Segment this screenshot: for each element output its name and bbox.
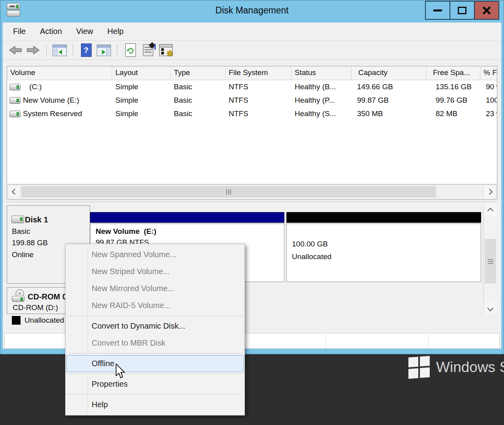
vertical-scroll-thumb[interactable] bbox=[485, 239, 496, 284]
menu-item-new-striped-volume[interactable]: New Striped Volume... bbox=[66, 263, 244, 280]
volume-list-header: Volume Layout Type File System Status Ca… bbox=[7, 66, 497, 80]
volume-list: Volume Layout Type File System Status Ca… bbox=[7, 66, 497, 200]
chevron-left-icon bbox=[11, 189, 18, 195]
disk1-status: Online bbox=[12, 250, 34, 259]
menu-action[interactable]: Action bbox=[40, 27, 62, 36]
col-file-system[interactable]: File System bbox=[226, 66, 291, 80]
table-row[interactable]: (C:) Simple Basic NTFS Healthy (B... 149… bbox=[7, 80, 497, 94]
menu-separator bbox=[67, 394, 243, 395]
unallocated-size: 100.00 GB bbox=[292, 240, 328, 248]
menu-help[interactable]: Help bbox=[107, 27, 124, 36]
unallocated-block[interactable]: 100.00 GB Unallocated bbox=[286, 212, 481, 282]
window-controls bbox=[426, 1, 499, 20]
table-row[interactable]: New Volume (E:) Simple Basic NTFS Health… bbox=[7, 94, 497, 107]
menu-item-help[interactable]: Help bbox=[66, 396, 244, 413]
disk1-size: 199.88 GB bbox=[12, 239, 48, 247]
titlebar[interactable]: Disk Management bbox=[0, 0, 504, 23]
unallocated-strip bbox=[286, 212, 481, 223]
chevron-down-icon bbox=[487, 305, 494, 311]
menu-item-convert-to-mbr-disk[interactable]: Convert to MBR Disk bbox=[66, 335, 244, 352]
horizontal-scrollbar[interactable] bbox=[7, 184, 497, 199]
menu-separator bbox=[67, 374, 243, 374]
minimize-button[interactable] bbox=[425, 1, 450, 20]
col-layout[interactable]: Layout bbox=[112, 66, 171, 80]
primary-partition-strip bbox=[90, 212, 284, 223]
windows-server-brand: Windows Server bbox=[408, 357, 504, 378]
scroll-left-button[interactable] bbox=[9, 186, 21, 197]
scroll-up-button[interactable] bbox=[484, 205, 497, 216]
cdrom-detail: CD-ROM (D:) bbox=[13, 303, 58, 312]
menu-separator bbox=[67, 316, 243, 316]
close-button[interactable] bbox=[474, 1, 499, 20]
toolbar: ? bbox=[3, 41, 501, 60]
col-capacity[interactable]: Capacity bbox=[352, 66, 426, 80]
show-action-pane-icon[interactable] bbox=[97, 43, 111, 57]
menu-item-convert-to-dynamic-disk[interactable]: Convert to Dynamic Disk... bbox=[66, 318, 244, 335]
chevron-right-icon bbox=[486, 189, 493, 195]
col-status[interactable]: Status bbox=[291, 66, 352, 80]
unallocated-label: Unallocated bbox=[292, 252, 331, 261]
windows-logo-icon bbox=[408, 356, 430, 379]
scroll-down-button[interactable] bbox=[484, 302, 497, 314]
volume-drive-icon bbox=[9, 111, 21, 117]
menubar: File Action View Help bbox=[3, 23, 501, 41]
disk-icon bbox=[11, 216, 24, 223]
volume-drive-icon bbox=[9, 97, 21, 104]
cdrom-name: CD-ROM 0 bbox=[28, 292, 67, 301]
maximize-icon bbox=[458, 7, 466, 14]
menu-item-new-raid5-volume[interactable]: New RAID-5 Volume... bbox=[66, 297, 244, 314]
col-free-space[interactable]: Free Spa... bbox=[426, 66, 480, 80]
volume-drive-icon bbox=[9, 84, 21, 90]
pane-splitter[interactable] bbox=[7, 202, 497, 204]
menu-view[interactable]: View bbox=[76, 27, 93, 36]
menu-separator bbox=[67, 353, 243, 354]
col-pct-free[interactable]: % Free bbox=[480, 66, 497, 80]
cdrom-icon bbox=[12, 289, 27, 302]
vertical-scrollbar[interactable] bbox=[483, 205, 497, 314]
refresh-icon[interactable] bbox=[123, 43, 137, 57]
close-icon bbox=[482, 6, 491, 15]
maximize-button[interactable] bbox=[449, 1, 475, 20]
statusbar-divider bbox=[325, 334, 326, 348]
toolbar-separator bbox=[46, 44, 47, 56]
manage-computer-icon[interactable] bbox=[159, 43, 173, 57]
chevron-up-icon bbox=[487, 207, 494, 214]
back-icon[interactable] bbox=[8, 43, 23, 57]
brand-text: Windows Server bbox=[436, 359, 504, 376]
toolbar-separator bbox=[117, 44, 117, 56]
menu-item-new-mirrored-volume[interactable]: New Mirrored Volume... bbox=[66, 280, 244, 297]
show-console-tree-icon[interactable] bbox=[53, 43, 67, 57]
mouse-cursor bbox=[115, 364, 126, 380]
horizontal-scroll-thumb[interactable] bbox=[21, 186, 436, 197]
volume-e-title: New Volume (E:) bbox=[96, 227, 156, 236]
legend-unallocated-label: Unallocated bbox=[24, 316, 64, 325]
menu-item-offline[interactable]: Offline bbox=[66, 355, 244, 372]
disk-context-menu: New Spanned Volume... New Striped Volume… bbox=[65, 244, 245, 416]
forward-icon[interactable] bbox=[26, 43, 40, 57]
statusbar-divider bbox=[428, 334, 429, 348]
disk1-name: Disk 1 bbox=[25, 215, 48, 224]
table-row[interactable]: System Reserved Simple Basic NTFS Health… bbox=[7, 107, 497, 120]
col-type[interactable]: Type bbox=[171, 66, 226, 80]
help-icon[interactable]: ? bbox=[79, 43, 93, 57]
disk1-type: Basic bbox=[12, 227, 30, 236]
properties-icon[interactable] bbox=[141, 43, 155, 57]
scroll-right-button[interactable] bbox=[483, 186, 495, 197]
minimize-icon bbox=[433, 9, 442, 11]
menu-file[interactable]: File bbox=[13, 27, 26, 36]
menu-item-new-spanned-volume[interactable]: New Spanned Volume... bbox=[66, 246, 244, 263]
toolbar-separator bbox=[73, 44, 73, 56]
legend-unallocated-swatch bbox=[12, 316, 21, 325]
menu-item-properties[interactable]: Properties bbox=[66, 376, 244, 393]
col-volume[interactable]: Volume bbox=[7, 66, 112, 80]
